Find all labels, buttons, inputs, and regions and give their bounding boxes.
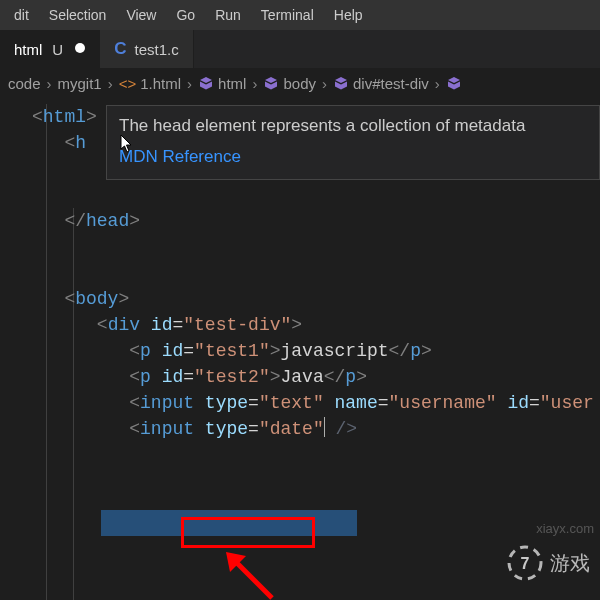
code-line[interactable]: <input type="date" /> bbox=[26, 416, 600, 442]
dirty-dot-icon bbox=[75, 43, 85, 53]
menu-go[interactable]: Go bbox=[166, 3, 205, 27]
c-file-icon: C bbox=[114, 39, 126, 59]
crumb-file[interactable]: <> 1.html› bbox=[119, 75, 198, 92]
tab-label: html bbox=[14, 41, 42, 58]
code-line[interactable]: <p id="test2">Java</p> bbox=[26, 364, 600, 390]
file-code-icon: <> bbox=[119, 75, 137, 92]
cube-icon bbox=[263, 75, 279, 91]
tab-bar: html U C test1.c bbox=[0, 30, 600, 68]
menu-edit[interactable]: dit bbox=[4, 3, 39, 27]
crumb-html[interactable]: html› bbox=[198, 75, 263, 92]
code-line[interactable]: <input type="text" name="username" id="u… bbox=[26, 390, 600, 416]
hover-text: The head element represents a collection… bbox=[119, 114, 587, 139]
crumb-mygit1[interactable]: mygit1› bbox=[58, 75, 119, 92]
code-line[interactable]: <div id="test-div"> bbox=[26, 312, 600, 338]
menu-help[interactable]: Help bbox=[324, 3, 373, 27]
cube-icon bbox=[333, 75, 349, 91]
tab-modified-indicator: U bbox=[52, 41, 63, 58]
annotation-arrow-icon bbox=[220, 546, 290, 600]
code-line[interactable] bbox=[26, 234, 600, 260]
watermark-url: xiayx.com bbox=[536, 521, 594, 536]
code-line[interactable]: </head> bbox=[26, 208, 600, 234]
code-line[interactable]: <p id="test1">javascript</p> bbox=[26, 338, 600, 364]
menu-terminal[interactable]: Terminal bbox=[251, 3, 324, 27]
menu-run[interactable]: Run bbox=[205, 3, 251, 27]
watermark-brand: 7 游戏 bbox=[502, 540, 590, 586]
text-cursor bbox=[324, 417, 325, 437]
menu-view[interactable]: View bbox=[116, 3, 166, 27]
cube-icon bbox=[198, 75, 214, 91]
svg-line-0 bbox=[234, 560, 272, 598]
tab-html[interactable]: html U bbox=[0, 30, 100, 68]
tab-test1c[interactable]: C test1.c bbox=[100, 30, 193, 68]
hover-tooltip: The head element represents a collection… bbox=[106, 105, 600, 180]
mdn-reference-link[interactable]: MDN Reference bbox=[119, 145, 241, 170]
crumb-code[interactable]: code› bbox=[8, 75, 58, 92]
cube-icon bbox=[446, 75, 462, 91]
watermark-logo-icon: 7 bbox=[502, 540, 548, 586]
crumb-more[interactable] bbox=[446, 75, 466, 91]
menu-selection[interactable]: Selection bbox=[39, 3, 117, 27]
breadcrumbs[interactable]: code› mygit1› <> 1.html› html› body› div… bbox=[0, 68, 600, 98]
code-line[interactable] bbox=[26, 260, 600, 286]
code-line[interactable] bbox=[26, 182, 600, 208]
tab-label: test1.c bbox=[134, 41, 178, 58]
menubar: dit Selection View Go Run Terminal Help bbox=[0, 0, 600, 30]
crumb-body[interactable]: body› bbox=[263, 75, 333, 92]
selection-highlight bbox=[101, 510, 357, 536]
svg-text:7: 7 bbox=[521, 555, 530, 572]
svg-marker-1 bbox=[226, 552, 246, 572]
code-line[interactable]: <body> bbox=[26, 286, 600, 312]
crumb-div[interactable]: div#test-div› bbox=[333, 75, 446, 92]
